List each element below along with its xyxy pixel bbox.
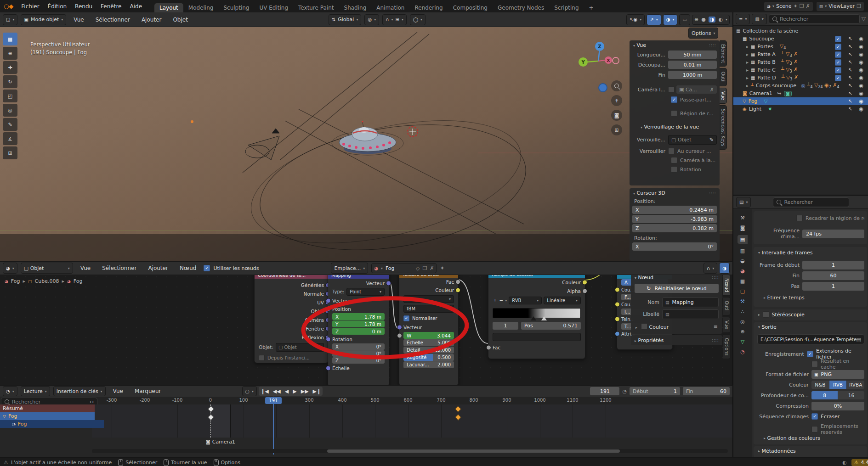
outliner-display-mode[interactable]: ≡▾ <box>736 14 750 24</box>
outliner-row-soucoupe[interactable]: ▦Soucoupe ✓ ↖ ◉ <box>733 35 868 43</box>
pin-icon[interactable]: ✦ <box>794 3 798 9</box>
tab-geometry-nodes[interactable]: Geometry Nodes <box>493 3 549 12</box>
tab-layout[interactable]: Layout <box>154 3 183 12</box>
noise-rugosite-field[interactable]: Rugosité0.500 <box>403 354 454 361</box>
tool-cursor[interactable]: ⊕ <box>3 47 17 60</box>
tab-sculpting[interactable]: Sculpting <box>218 3 254 12</box>
collection-exclude-checkbox[interactable]: ✓ <box>835 59 841 66</box>
ramp-gradient-bar[interactable] <box>493 308 581 318</box>
channel-fog-object[interactable]: ▽Fog <box>0 412 95 420</box>
lecture-menu[interactable]: Lecture▾ <box>21 386 50 396</box>
clip-start-field[interactable]: 0.01 m <box>668 61 717 69</box>
node-color-subpanel[interactable]: ▸ Couleur <box>635 323 669 330</box>
clip-end-field[interactable]: 1000 m <box>668 71 717 79</box>
noise-w-field[interactable]: W3.044 <box>403 332 454 339</box>
socket-noise-w[interactable] <box>397 333 402 338</box>
filter-funnel-icon[interactable]: ▽ <box>862 16 866 22</box>
outliner-row-portes[interactable]: ▸▦Portes ▽4 ✓ ↖ ◉ <box>733 43 868 51</box>
tool-add-cube[interactable]: ⊞ <box>3 146 17 159</box>
noise-detail-field[interactable]: Détail15.000 <box>403 347 454 354</box>
tab-particles-icon[interactable]: ∴ <box>741 309 744 314</box>
color-rgb-option[interactable]: RVB <box>829 381 847 389</box>
collection-exclude-checkbox[interactable]: ✓ <box>835 51 841 58</box>
tab-output-icon[interactable]: ▤ <box>738 235 748 244</box>
new-scene-icon[interactable]: ❐ <box>800 3 804 9</box>
copy-material-icon[interactable]: ❐ <box>422 265 427 271</box>
hide-eye-icon[interactable]: ◉ <box>859 36 863 42</box>
ramp-colormode-dropdown[interactable]: RVB▾ <box>509 297 542 304</box>
socket-noise-fac[interactable] <box>455 280 460 285</box>
shading-material-icon[interactable]: ◑ <box>709 17 716 22</box>
material-datablock[interactable]: ◕▾ Fog ◇ ❐ ✗ <box>371 263 437 273</box>
use-nodes-checkbox[interactable]: ✓ <box>204 265 210 271</box>
hide-eye-icon[interactable]: ◉ <box>859 98 863 104</box>
channel-resume[interactable]: Résumé <box>0 404 95 412</box>
camera-active-icon[interactable]: ◙ <box>784 91 792 96</box>
properties-editor-type[interactable]: ▤▾ <box>736 197 751 208</box>
selectable-icon[interactable]: ↖ <box>848 106 852 112</box>
panel-grip[interactable]: ∷∷ <box>709 191 716 196</box>
node-menu-selectionner[interactable]: Sélectionner <box>98 265 141 271</box>
version-warning-badge[interactable]: ⚠ 4.4 <box>851 459 868 466</box>
camera-object-field[interactable]: ▣ Ca...✗ <box>676 85 717 94</box>
outliner-row-patte-a[interactable]: ▸▦Patte A ┴ ▽3 ✗ ✓ ↖ ◉ <box>733 51 868 58</box>
stereoscopie-checkbox[interactable] <box>763 311 769 318</box>
tab-collection-icon[interactable]: ▦ <box>740 278 745 284</box>
ramp-stop-handle[interactable] <box>541 316 547 320</box>
next-keyframe-button[interactable]: ▶▶ <box>301 388 309 394</box>
cursor-z-field[interactable]: Z0.382 m <box>632 224 717 232</box>
file-extensions-checkbox[interactable]: ✓ <box>807 351 813 357</box>
tab-modeling[interactable]: Modeling <box>183 3 219 12</box>
tab-data-icon[interactable]: ▽ <box>741 339 744 345</box>
viewlayer-selector[interactable]: ▥▾ ViewLayer ❐ <box>816 1 864 11</box>
ramp-index-field[interactable]: 1 <box>493 322 518 330</box>
selectable-icon[interactable]: ↖ <box>848 98 852 104</box>
hide-eye-icon[interactable]: ◉ <box>859 44 863 50</box>
socket-noise-couleur[interactable] <box>455 288 460 293</box>
add-workspace-button[interactable]: + <box>584 3 599 12</box>
sortie-panel-header[interactable]: ▾ Sortie <box>758 324 777 330</box>
selectable-icon[interactable]: ↖ <box>848 90 852 96</box>
node-label-field[interactable]: ▤ <box>662 309 719 319</box>
tab-tool-icon[interactable]: ⚒ <box>740 215 745 221</box>
properties-search-input[interactable]: Rechercher <box>773 197 849 207</box>
cache-result-checkbox[interactable] <box>811 361 818 367</box>
overwrite-checkbox[interactable]: ✓ <box>811 413 818 420</box>
mode-selector[interactable]: ▣Mode objet▾ <box>21 14 66 25</box>
socket-mapping-rotation[interactable] <box>326 337 331 342</box>
tool-scale[interactable]: ◰ <box>3 90 17 102</box>
tab-animation[interactable]: Animation <box>371 3 409 12</box>
mapping-pos-z[interactable]: Z0 m <box>332 328 385 335</box>
ramp-stop-handle-active[interactable] <box>531 316 536 320</box>
socket-mapping-vecteur-in[interactable] <box>326 298 331 303</box>
timeline-editor-type[interactable]: ◔▾ <box>3 386 17 396</box>
overlays-toggle[interactable]: ◑▾ <box>663 14 678 25</box>
socket-ramp-couleur[interactable] <box>582 280 587 285</box>
stopwatch-icon[interactable]: ◔ <box>622 388 627 394</box>
keyframe-selected[interactable] <box>455 414 461 421</box>
stereoscopie-panel-header[interactable]: ▸ Stéréoscopie <box>758 311 805 318</box>
transform-orientation[interactable]: ⇅Global▾ <box>329 14 362 25</box>
frame-end-field[interactable]: Fin60 <box>683 387 730 395</box>
selectable-icon[interactable]: ↖ <box>848 51 852 57</box>
panel-vue-header[interactable]: ▾ Vue <box>633 42 646 48</box>
fps-field[interactable]: 24 fps <box>802 230 864 238</box>
frame-step-field[interactable]: 1 <box>802 282 864 291</box>
delete-scene-icon[interactable]: ✗ <box>806 3 810 9</box>
node-color-ramp[interactable]: Rampe de couleur Couleur Alpha ＋ − ▾ RVB… <box>488 270 585 359</box>
playhead-badge[interactable]: 191 <box>265 397 282 404</box>
hide-eye-icon[interactable]: ◉ <box>859 75 863 81</box>
depth-16-option[interactable]: 16 <box>838 391 864 399</box>
panel-lock-header[interactable]: ▾ Verrouillage de la vue <box>641 124 699 130</box>
collection-exclude-checkbox[interactable]: ✓ <box>835 36 841 42</box>
add-stop-button[interactable]: ＋ <box>493 297 498 303</box>
cursor-rx-field[interactable]: X0° <box>632 242 717 251</box>
tool-transform[interactable]: ◎ <box>3 104 17 117</box>
menu-aide[interactable]: Aide <box>125 3 146 10</box>
from-instancer-checkbox[interactable] <box>259 355 265 361</box>
depth-8-option[interactable]: 8 <box>811 391 838 399</box>
play-reverse-button[interactable]: ◀ <box>285 388 289 394</box>
ramp-interpolation-dropdown[interactable]: Linéaire▾ <box>544 297 581 304</box>
panel-cursor-header[interactable]: ▾ Curseur 3D <box>633 190 665 196</box>
tab-physics-icon[interactable]: ◎ <box>740 319 745 325</box>
